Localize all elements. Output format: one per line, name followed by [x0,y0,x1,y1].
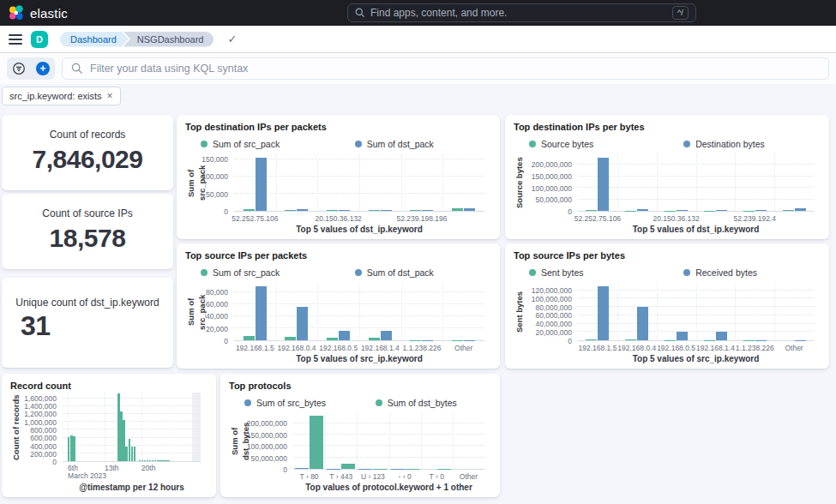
bar[interactable] [452,208,463,211]
bar[interactable] [125,447,127,461]
legend-item[interactable]: Sent bytes [529,267,683,278]
bar[interactable] [381,210,392,211]
add-filter-button[interactable]: + [31,57,55,80]
bar[interactable] [339,210,350,211]
gridline [141,393,142,461]
bar[interactable] [285,210,296,211]
y-tick-label: 0 [52,458,57,466]
bar[interactable] [422,210,433,211]
bar[interactable] [123,420,124,461]
bar-group [442,154,484,211]
bar[interactable] [256,286,267,340]
y-axis-ticks: 050,000,000100,000,000150,000,000200,000… [525,154,578,212]
remove-filter-icon[interactable]: × [107,90,113,102]
saved-query-menu-button[interactable] [7,57,31,80]
gridline [63,437,201,438]
bar[interactable] [783,210,794,211]
x-category-label: Other [460,472,478,481]
legend-item[interactable]: Sum of src_pack [201,139,355,149]
kql-query-input[interactable] [90,63,820,75]
elastic-brand[interactable]: elastic [9,5,68,21]
bar[interactable] [341,464,355,469]
legend-item[interactable]: Sum of dst_bytes [376,398,491,408]
global-search-input[interactable] [370,7,667,19]
panel-title[interactable]: Top destination IPs per packets [185,122,491,132]
panel-title[interactable]: Top source IPs per bytes [514,250,821,261]
bar[interactable] [327,210,338,211]
panel-top-destination-ips-per-packets: Top destination IPs per packetsSum of sr… [177,115,500,239]
bar[interactable] [295,468,309,469]
x-axis-title: Top values of protocol.keyword + 1 other [293,483,484,492]
panel-title[interactable]: Top source IPs per packets [185,250,491,261]
bar[interactable] [162,460,164,461]
bar[interactable] [73,436,75,461]
bar[interactable] [167,460,169,461]
bar[interactable] [410,210,421,211]
bar[interactable] [586,339,597,340]
bar[interactable] [755,210,767,211]
bar[interactable] [586,210,597,211]
bar[interactable] [795,208,806,211]
bar[interactable] [381,331,392,340]
bar[interactable] [339,331,350,340]
x-category-label: 52.239.192.4 [733,214,776,223]
bar[interactable] [598,286,609,340]
bar[interactable] [677,332,688,340]
bar[interactable] [716,210,727,211]
bar[interactable] [677,210,688,211]
bar[interactable] [152,460,153,461]
legend-item[interactable]: Received bytes [683,267,821,278]
bar[interactable] [327,338,338,340]
panel-title[interactable]: Top destination IPs per bytes [514,122,821,132]
breadcrumb-dashboard[interactable]: Dashboard [60,32,129,47]
bar[interactable] [256,158,267,211]
bar[interactable] [297,307,308,340]
bar[interactable] [369,338,380,340]
kql-query-box[interactable] [62,57,829,80]
bar[interactable] [716,332,727,340]
menu-icon[interactable] [9,34,22,45]
bar[interactable] [157,460,159,461]
bar[interactable] [297,209,308,211]
bar[interactable] [637,209,648,211]
bar[interactable] [625,339,636,340]
bar[interactable] [369,210,380,211]
bar[interactable] [310,416,323,469]
bar[interactable] [141,460,143,461]
bar[interactable] [131,447,133,461]
legend-item[interactable]: Sum of dst_pack [355,139,491,149]
bar[interactable] [637,307,648,340]
bar[interactable] [139,460,141,461]
bar[interactable] [285,337,296,340]
bar[interactable] [117,393,119,461]
bar[interactable] [598,158,609,211]
bar[interactable] [244,209,255,211]
x-axis-title: Top 5 values of dst_ip.keyword [578,225,814,234]
bar[interactable] [147,460,148,461]
legend-item[interactable]: Source bytes [529,139,683,149]
bar[interactable] [134,447,135,461]
bar[interactable] [149,460,151,461]
legend-item[interactable]: Sum of src_pack [201,267,355,278]
filter-pill[interactable]: src_ip.keyword: exists × [2,87,121,105]
bar[interactable] [464,208,475,211]
bar[interactable] [144,460,146,461]
global-search[interactable]: ^/ [347,3,696,22]
space-avatar[interactable]: D [31,31,48,48]
panel-title[interactable]: Record count [10,381,207,391]
bar[interactable] [129,439,130,461]
bar[interactable] [159,460,161,461]
bar[interactable] [165,460,166,461]
legend-item[interactable]: Sum of src_bytes [244,398,376,408]
bar[interactable] [70,435,72,461]
bar[interactable] [120,411,122,461]
legend-item[interactable]: Destination bytes [683,139,821,149]
bar[interactable] [68,437,69,461]
panel-title[interactable]: Top protocols [229,381,491,391]
x-category-label: T › 443 [329,472,352,481]
bar[interactable] [244,336,255,340]
legend-item[interactable]: Sum of dst_pack [355,267,491,278]
y-axis-title: Sent bytes [514,283,525,341]
bar[interactable] [154,460,156,461]
breadcrumb-nsgdashboard[interactable]: NSGDashboard [123,32,214,47]
